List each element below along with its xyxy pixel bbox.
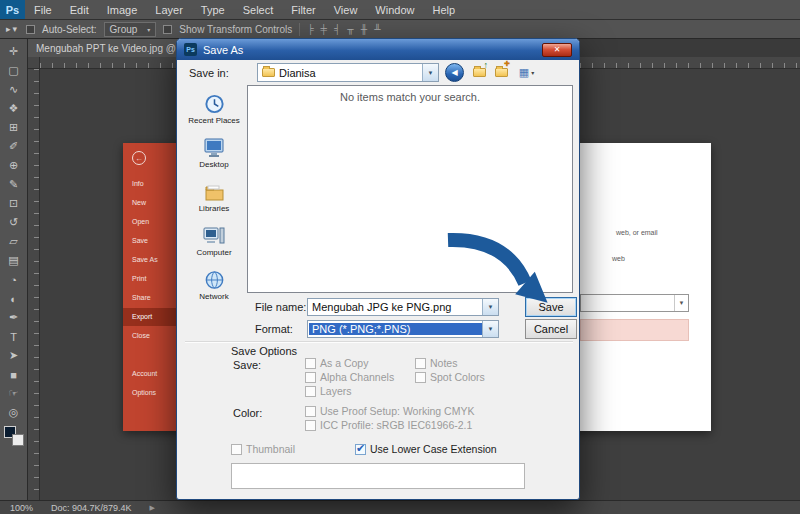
checkbox-box (231, 444, 242, 455)
spot-healing-brush-tool-icon[interactable]: ⊕ (3, 156, 25, 175)
eyedropper-tool-icon[interactable]: ✐ (3, 137, 25, 156)
align-right-icon[interactable]: ╡ (334, 24, 340, 34)
menu-type[interactable]: Type (192, 0, 234, 19)
view-menu-button[interactable]: ▦ ▾ (513, 63, 540, 82)
up-one-level-button[interactable]: ↑ (469, 63, 489, 82)
menu-help[interactable]: Help (423, 0, 464, 19)
menu-edit[interactable]: Edit (61, 0, 98, 19)
checkbox-box (305, 406, 316, 417)
checkbox-box (305, 420, 316, 431)
checkbox-label: Spot Colors (430, 371, 485, 383)
quick-selection-tool-icon[interactable]: ❖ (3, 99, 25, 118)
format-label: Format: (255, 323, 293, 335)
chevron-down-icon[interactable]: ▼ (482, 299, 498, 315)
blur-tool-icon[interactable]: ◔ (3, 270, 25, 289)
place-network[interactable]: Network (182, 267, 246, 301)
ppt-item-new: New (123, 194, 181, 212)
align-left-icon[interactable]: ╞ (307, 24, 313, 34)
dialog-title-bar[interactable]: Ps Save As ✕ (177, 39, 579, 60)
move-tool-icon[interactable]: ✛ (3, 42, 25, 61)
auto-select-checkbox[interactable] (26, 25, 35, 34)
use-proof-setup-checkbox[interactable]: Use Proof Setup: Working CMYK (305, 405, 474, 417)
lasso-tool-icon[interactable]: ∿ (3, 80, 25, 99)
back-button[interactable]: ◀ (445, 63, 464, 82)
chevron-down-icon[interactable]: ▼ (482, 321, 498, 337)
group-dropdown-value: Group (110, 24, 138, 35)
as-a-copy-checkbox[interactable]: As a Copy (305, 357, 368, 369)
background-color-swatch[interactable] (12, 434, 24, 446)
up-arrow-icon: ↑ (484, 60, 489, 70)
clone-stamp-tool-icon[interactable]: ⊡ (3, 194, 25, 213)
place-computer[interactable]: Computer (182, 223, 246, 257)
icc-profile-checkbox[interactable]: ICC Profile: sRGB IEC61966-2.1 (305, 419, 472, 431)
notes-checkbox[interactable]: Notes (415, 357, 457, 369)
file-name-input[interactable]: Mengubah JPG ke PNG.png ▼ (307, 298, 499, 316)
menu-select[interactable]: Select (234, 0, 283, 19)
eraser-tool-icon[interactable]: ▱ (3, 232, 25, 251)
cancel-button[interactable]: Cancel (525, 319, 577, 339)
menu-file[interactable]: File (25, 0, 61, 19)
type-tool-icon[interactable]: T (3, 327, 25, 346)
rectangle-tool-icon[interactable]: ■ (3, 365, 25, 384)
checkbox-label: Notes (430, 357, 457, 369)
dodge-tool-icon[interactable]: ◐ (3, 289, 25, 308)
history-brush-tool-icon[interactable]: ↺ (3, 213, 25, 232)
pen-tool-icon[interactable]: ✒ (3, 308, 25, 327)
menu-window[interactable]: Window (366, 0, 423, 19)
left-ruler[interactable] (28, 69, 40, 500)
place-libraries[interactable]: Libraries (182, 179, 246, 213)
save-options-heading: Save Options (231, 345, 297, 357)
save-button[interactable]: Save (525, 297, 577, 317)
ppt-item-export: Export (123, 308, 181, 326)
place-recent-places[interactable]: Recent Places (182, 91, 246, 125)
auto-select-group-dropdown[interactable]: Group ▾ (104, 22, 157, 37)
menu-image[interactable]: Image (98, 0, 147, 19)
checkbox-label: Layers (320, 385, 352, 397)
checkbox-box (305, 372, 316, 383)
place-desktop[interactable]: Desktop (182, 135, 246, 169)
path-selection-tool-icon[interactable]: ➤ (3, 346, 25, 365)
layers-checkbox[interactable]: Layers (305, 385, 352, 397)
tool-preset-icon[interactable]: ▸▾ (6, 24, 19, 34)
status-bar: 100% Doc: 904.7K/879.4K ▶ (0, 500, 800, 514)
menu-filter[interactable]: Filter (282, 0, 324, 19)
crop-tool-icon[interactable]: ⊞ (3, 118, 25, 137)
chevron-down-icon[interactable]: ▼ (422, 64, 438, 81)
photoshop-logo: Ps (0, 0, 25, 19)
format-dropdown[interactable]: PNG (*.PNG;*.PNS) ▼ (307, 320, 499, 338)
checkbox-box: ✔ (355, 444, 366, 455)
menu-view[interactable]: View (325, 0, 367, 19)
divider (185, 341, 573, 343)
zoom-level[interactable]: 100% (10, 503, 33, 513)
close-icon[interactable]: ✕ (542, 43, 572, 57)
tools-panel: ✛ ▢ ∿ ❖ ⊞ ✐ ⊕ ✎ ⊡ ↺ ▱ ▤ ◔ ◐ ✒ T ➤ ■ ☞ ◎ (0, 39, 28, 500)
rectangular-marquee-tool-icon[interactable]: ▢ (3, 61, 25, 80)
place-label: Libraries (182, 204, 246, 213)
chevron-down-icon: ▼ (674, 295, 688, 311)
file-list[interactable]: No items match your search. (247, 85, 573, 293)
zoom-tool-icon[interactable]: ◎ (3, 403, 25, 422)
checkbox-label: As a Copy (320, 357, 368, 369)
page-highlight-bar (580, 319, 689, 341)
thumbnail-checkbox[interactable]: Thumbnail (231, 443, 295, 455)
new-folder-button[interactable]: ✚ (491, 63, 511, 82)
gradient-tool-icon[interactable]: ▤ (3, 251, 25, 270)
align-middle-icon[interactable]: ╫ (361, 24, 367, 34)
save-in-dropdown[interactable]: Dianisa ▼ (257, 63, 439, 82)
hand-tool-icon[interactable]: ☞ (3, 384, 25, 403)
spot-colors-checkbox[interactable]: Spot Colors (415, 371, 485, 383)
ppt-item-open: Open (123, 213, 181, 231)
menu-layer[interactable]: Layer (146, 0, 192, 19)
checkbox-label: Use Proof Setup: Working CMYK (320, 405, 474, 417)
align-bottom-icon[interactable]: ╨ (374, 24, 380, 34)
status-flyout-arrow-icon[interactable]: ▶ (150, 504, 155, 512)
dialog-footer-field[interactable] (231, 463, 525, 489)
lower-case-extension-checkbox[interactable]: ✔ Use Lower Case Extension (355, 443, 497, 455)
alpha-channels-checkbox[interactable]: Alpha Channels (305, 371, 394, 383)
page-text-fragment: web, or email (616, 229, 658, 236)
align-center-icon[interactable]: ╪ (321, 24, 327, 34)
show-transform-controls-checkbox[interactable] (163, 25, 172, 34)
align-top-icon[interactable]: ╥ (347, 24, 353, 34)
chevron-down-icon: ▾ (147, 26, 150, 33)
brush-tool-icon[interactable]: ✎ (3, 175, 25, 194)
